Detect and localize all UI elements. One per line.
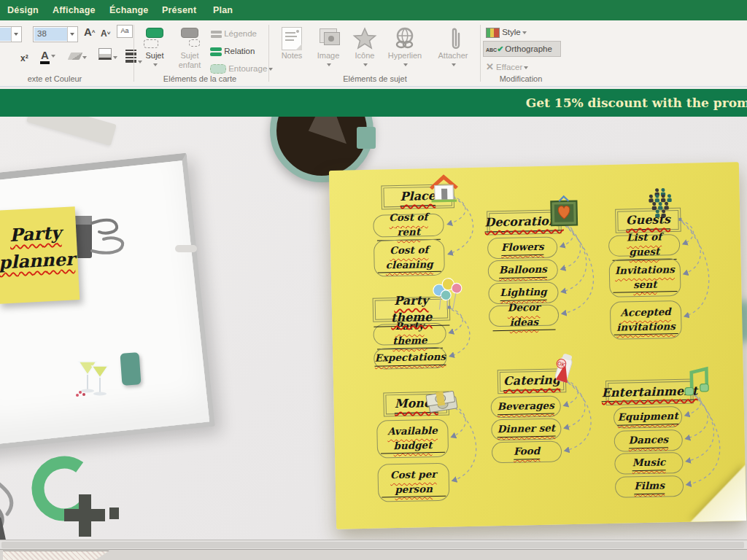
mindmap-subtopic-dinner-set[interactable]: Dinner set [491,418,562,440]
mindmap-subtopic-available-budget[interactable]: Available budget [376,419,449,459]
subtopic-label: Balloons [499,262,547,279]
subtopic-label: Dinner set [498,421,556,438]
scrollbar-thumb[interactable] [1,542,744,548]
change-case-button[interactable]: Aa [117,25,133,38]
group-label-elements-carte: Eléments de la carte [137,74,263,83]
superscript-button[interactable]: x² [20,51,28,66]
subtopic-label: Beverages [498,399,554,415]
boundary-icon [210,64,226,74]
subtopic-label: Food [514,444,541,459]
promo-banner-text: Get 15% discount with the prom [526,89,747,117]
image-button: Image [311,23,346,77]
shrink-font-button[interactable]: A˅ [101,26,110,41]
mindmap-subtopic-accepted-invitations[interactable]: Accepted invitations [610,300,682,340]
note-title-line2: planner [0,245,78,276]
mindmap-subtopic-decor-ideas[interactable]: Decor ideas [489,304,560,327]
picture-heart-icon [547,195,581,229]
paperclip-icon [432,25,474,51]
subtopic-label: Cost of cleaning [377,243,441,273]
laptop-edge [26,117,117,146]
mindmap-subtopic-cost-of-rent[interactable]: Cost of rent [373,214,444,238]
coffee-cup-handle [357,127,376,149]
mindmap-subtopic-cost-per-person[interactable]: Cost per person [377,463,449,502]
money-icon [425,385,460,419]
party-planner-note: Party planner [0,206,80,304]
map-sheet-tab[interactable] [3,551,109,560]
orthographe-button[interactable]: ABC✔ Orthographe [483,41,561,57]
sujet-enfant-button: Sujet enfant [174,23,206,77]
menu-affichage[interactable]: Affichage [53,0,96,20]
topic-icon [137,25,172,51]
horizontal-scrollbar[interactable] [0,540,747,550]
style-button[interactable]: Style [486,25,527,39]
map-canvas[interactable]: Party planner [0,117,747,540]
font-size-value: 38 [37,27,47,40]
marker-tray [175,245,197,252]
subtopic-label: Lighting [500,285,547,301]
star-icon [347,25,382,51]
subtopic-icon [174,25,206,51]
note-title-line1: Party [0,218,77,249]
guests-icon [640,187,674,221]
mindmap-subtopic-cost-of-cleaning[interactable]: Cost of cleaning [374,239,445,277]
menu-echange[interactable]: Échange [109,0,149,20]
menu-present[interactable]: Présent [162,0,196,20]
promo-banner[interactable]: Get 15% discount with the prom [0,89,747,117]
fill-icon [98,48,112,60]
legende-button: Légende [210,26,257,41]
highlighter-button [69,50,87,64]
font-family-combo[interactable] [0,26,22,42]
grow-font-button[interactable]: A˄ [84,25,96,39]
mindmap-subtopic-dances[interactable]: Dances [614,429,683,452]
font-size-dropdown-icon[interactable] [67,27,77,42]
mindmap-subtopic-expectations[interactable]: Expectations [374,347,447,370]
mindmap-subtopic-music[interactable]: Music [614,452,684,475]
hyperlink-globe-icon [384,25,426,51]
font-size-combo[interactable]: 38 [33,26,78,42]
relation-icon [210,46,222,58]
whiteboard [0,153,215,452]
group-label-texte-couleur: exte et Couleur [0,74,109,83]
menu-bar: Désign Affichage Échange Présent Plan [0,0,747,20]
board-eraser [120,352,141,386]
cocktail-glasses [71,356,117,401]
menu-design[interactable]: Désign [7,0,39,20]
font-color-button[interactable]: A [40,48,55,63]
subtopic-label: Decor ideas [492,300,556,331]
effacer-button: ✕ Effacer [486,60,528,74]
notes-button: Notes [274,23,309,77]
house-icon [427,171,461,205]
entourage-button: Entourage [210,61,273,76]
relation-button[interactable]: Relation [210,44,255,58]
mindmap-subtopic-beverages[interactable]: Beverages [490,395,561,418]
subtopic-label: Expectations [374,350,446,367]
subtopic-label: Accepted invitations [614,305,678,335]
subtopic-label: Cost per person [381,467,446,498]
mindmap-note: PlaceCost of rentCost of cleaningParty t… [329,162,746,529]
subtopic-label: Equipment [617,409,678,425]
font-family-dropdown-icon[interactable] [11,27,21,42]
ribbon-toolbar: 38 A˄ A˅ Aa x² A exte et Couleur Sujet [0,20,747,87]
sujet-button[interactable]: Sujet [137,23,172,77]
corner-binder-clip [0,459,58,540]
mindmap-subtopic-balloons[interactable]: Balloons [488,259,559,281]
mindmap-subtopic-flowers[interactable]: Flowers [487,236,558,259]
menu-plan[interactable]: Plan [213,0,233,20]
fill-color-button[interactable] [98,48,117,63]
subtopic-label: Available budget [380,424,445,454]
mindmap-subtopic-invitations-sent[interactable]: Invitations sent [609,258,681,298]
subtopic-label: Music [632,456,665,472]
balloons-icon [430,277,465,311]
image-icon [311,25,346,51]
catering-icon: OK [546,352,581,386]
mindmap-subtopic-list-of-guest[interactable]: List of guest [608,234,681,257]
mindmap-subtopic-food[interactable]: Food [492,440,562,463]
note-curled-corner [688,464,746,522]
delete-x-icon: ✕ [486,61,494,72]
group-label-elements-sujet: Eléments de sujet [274,74,476,83]
mindmap-subtopic-films[interactable]: Films [615,475,684,498]
spellcheck-icon: ABC✔ [486,47,505,52]
subtopic-label: List of guest [612,230,677,260]
binder-clip [70,210,139,268]
mindmap-subtopic-equipment[interactable]: Equipment [614,406,683,429]
